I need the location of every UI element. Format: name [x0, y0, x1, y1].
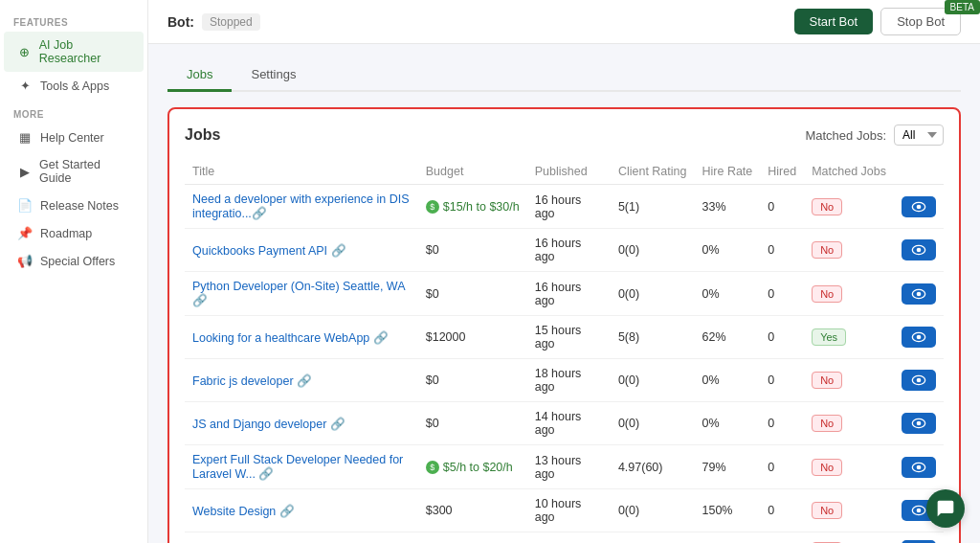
dollar-icon: $	[426, 200, 439, 214]
matched-cell: No	[804, 445, 894, 489]
hired-cell: 0	[760, 359, 804, 402]
job-title-link[interactable]: Quickbooks Payment API 🔗	[192, 244, 346, 258]
hire-rate-cell: 140%	[694, 532, 760, 544]
client-rating-cell: 0(0)	[611, 402, 695, 445]
budget-range: $$5/h to $20/h	[426, 461, 520, 474]
job-title-link[interactable]: Website Design 🔗	[192, 505, 295, 518]
table-row: Fabric js developer 🔗$018 hours ago0(0)0…	[185, 359, 944, 402]
sidebar-item-release-notes[interactable]: 📄 Release Notes	[4, 192, 144, 219]
jobs-title: Jobs	[185, 126, 220, 144]
tab-jobs[interactable]: Jobs	[167, 59, 232, 92]
col-header-title: Title	[185, 159, 418, 185]
jobs-card: Jobs Matched Jobs: All Yes No Title Budg…	[167, 107, 961, 543]
main-content: Bot: Stopped BETA Start Bot Stop Bot Job…	[148, 0, 980, 543]
client-rating-cell: 4.97(60)	[611, 445, 695, 489]
job-title-cell: Fabric js developer 🔗	[185, 359, 418, 402]
matched-cell: No	[804, 272, 894, 316]
hire-rate-cell: 33%	[694, 185, 760, 229]
sidebar-item-special-offers[interactable]: 📢 Special Offers	[4, 247, 144, 275]
matched-badge: No	[812, 459, 842, 476]
job-title-cell: Python Developer (On-Site) Seattle, WA 🔗	[185, 272, 418, 316]
matched-cell: No	[804, 489, 894, 532]
matched-badge: No	[812, 502, 842, 519]
table-row: Python Developer (On-Site) Seattle, WA 🔗…	[185, 272, 944, 316]
job-title-cell: Looking for a healthcare WebApp 🔗	[185, 316, 418, 359]
sidebar-item-roadmap[interactable]: 📌 Roadmap	[4, 219, 144, 247]
hire-rate-cell: 0%	[694, 359, 760, 402]
matched-cell: No	[804, 402, 894, 445]
job-title-cell: JS and Django developer 🔗	[185, 402, 418, 445]
job-title-link[interactable]: Python Developer (On-Site) Seattle, WA 🔗	[192, 280, 405, 307]
help-icon: ▦	[17, 130, 33, 145]
view-job-button[interactable]	[902, 370, 936, 391]
hired-cell: 0	[760, 185, 804, 229]
features-section-label: FEATURES	[0, 8, 147, 32]
action-cell	[894, 402, 944, 445]
beta-badge: BETA	[945, 0, 980, 14]
hired-cell: 0	[760, 402, 804, 445]
budget-cell: $0	[418, 359, 527, 402]
table-row: Quickbooks Payment API 🔗$016 hours ago0(…	[185, 229, 944, 272]
view-job-button[interactable]	[902, 327, 936, 348]
hired-cell: 0	[760, 532, 804, 544]
hired-cell: 0	[760, 316, 804, 359]
matched-jobs-select[interactable]: All Yes No	[894, 124, 944, 146]
published-cell: 13 hours ago	[527, 445, 611, 489]
sidebar-item-label: Release Notes	[40, 199, 119, 213]
job-title-link[interactable]: Expert Full Stack Developer Needed for L…	[192, 453, 403, 481]
table-row: Bug fix 🔗$09 hours ago5(5)140%0No	[185, 532, 944, 544]
published-cell: 16 hours ago	[527, 272, 611, 316]
col-header-client-rating: Client Rating	[611, 159, 695, 185]
budget-cell: $$15/h to $30/h	[418, 185, 527, 229]
tab-settings[interactable]: Settings	[232, 59, 315, 92]
start-bot-button[interactable]: Start Bot	[794, 9, 874, 34]
hire-rate-cell: 0%	[694, 272, 760, 316]
sidebar-item-label: AI Job Researcher	[39, 38, 130, 65]
sidebar-item-ai-job-researcher[interactable]: ⊕ AI Job Researcher	[4, 32, 144, 72]
view-job-button[interactable]	[902, 239, 936, 260]
action-cell	[894, 359, 944, 402]
job-title-link[interactable]: Need a developer with experience in DIS …	[192, 192, 410, 220]
sidebar-item-tools-apps[interactable]: ✦ Tools & Apps	[4, 72, 144, 100]
matched-cell: No	[804, 532, 894, 544]
sidebar-item-help-center[interactable]: ▦ Help Center	[4, 124, 144, 151]
job-title-link[interactable]: JS and Django developer 🔗	[192, 418, 345, 431]
view-job-button[interactable]	[902, 283, 936, 305]
col-header-hire-rate: Hire Rate	[694, 159, 760, 185]
svg-point-1	[917, 204, 922, 209]
matched-badge: No	[812, 241, 842, 259]
job-title-link[interactable]: Fabric js developer 🔗	[192, 374, 312, 388]
table-row: Website Design 🔗$30010 hours ago0(0)150%…	[185, 489, 944, 532]
budget-cell: $300	[418, 489, 527, 532]
topbar-left: Bot: Stopped	[167, 13, 260, 31]
budget-cell: $0	[418, 402, 527, 445]
view-job-button[interactable]	[902, 457, 936, 478]
notes-icon: 📄	[17, 198, 33, 213]
job-title-cell: Expert Full Stack Developer Needed for L…	[185, 445, 418, 489]
dollar-icon: $	[426, 461, 439, 474]
view-job-button[interactable]	[902, 413, 936, 434]
svg-point-11	[917, 421, 922, 426]
job-title-link[interactable]: Looking for a healthcare WebApp 🔗	[192, 331, 389, 345]
hired-cell: 0	[760, 445, 804, 489]
client-rating-cell: 0(0)	[611, 489, 695, 532]
sidebar-item-get-started[interactable]: ▶ Get Started Guide	[4, 151, 144, 192]
col-header-published: Published	[527, 159, 611, 185]
chat-bubble-button[interactable]	[926, 489, 965, 528]
view-job-button[interactable]	[902, 196, 936, 217]
published-cell: 14 hours ago	[527, 402, 611, 445]
hire-rate-cell: 79%	[694, 445, 760, 489]
table-row: Looking for a healthcare WebApp 🔗$120001…	[185, 316, 944, 359]
table-row: Expert Full Stack Developer Needed for L…	[185, 445, 944, 489]
svg-point-5	[917, 291, 922, 296]
action-cell	[894, 445, 944, 489]
action-cell	[894, 532, 944, 544]
job-title-cell: Need a developer with experience in DIS …	[185, 185, 418, 229]
sidebar-item-label: Special Offers	[40, 255, 115, 268]
hire-rate-cell: 150%	[694, 489, 760, 532]
svg-point-7	[917, 335, 922, 340]
matched-cell: No	[804, 229, 894, 272]
client-rating-cell: 0(0)	[611, 229, 695, 272]
sidebar-item-label: Get Started Guide	[39, 158, 130, 185]
bot-status: Stopped	[202, 13, 260, 31]
